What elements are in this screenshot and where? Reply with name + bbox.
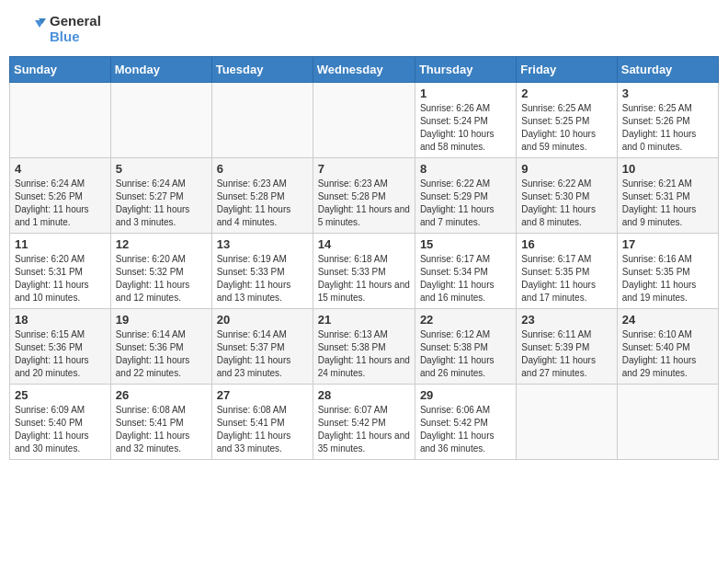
weekday-header-saturday: Saturday xyxy=(617,57,718,83)
day-number: 2 xyxy=(521,86,611,100)
calendar-day-cell: 17Sunrise: 6:16 AM Sunset: 5:35 PM Dayli… xyxy=(617,234,718,309)
weekday-header-row: SundayMondayTuesdayWednesdayThursdayFrid… xyxy=(10,57,719,83)
calendar-day-cell: 26Sunrise: 6:08 AM Sunset: 5:41 PM Dayli… xyxy=(110,385,211,460)
day-info: Sunrise: 6:22 AM Sunset: 5:30 PM Dayligh… xyxy=(521,178,611,229)
day-info: Sunrise: 6:10 AM Sunset: 5:40 PM Dayligh… xyxy=(622,328,713,380)
day-info: Sunrise: 6:08 AM Sunset: 5:41 PM Dayligh… xyxy=(116,404,207,455)
calendar-day-cell: 14Sunrise: 6:18 AM Sunset: 5:33 PM Dayli… xyxy=(313,234,415,309)
weekday-header-sunday: Sunday xyxy=(10,57,111,83)
calendar-week-row: 25Sunrise: 6:09 AM Sunset: 5:40 PM Dayli… xyxy=(10,385,719,460)
day-info: Sunrise: 6:14 AM Sunset: 5:36 PM Dayligh… xyxy=(116,328,207,380)
day-number: 14 xyxy=(318,237,410,251)
day-info: Sunrise: 6:12 AM Sunset: 5:38 PM Dayligh… xyxy=(420,328,511,380)
day-number: 29 xyxy=(420,388,511,402)
day-info: Sunrise: 6:17 AM Sunset: 5:35 PM Dayligh… xyxy=(521,253,611,304)
day-info: Sunrise: 6:20 AM Sunset: 5:31 PM Dayligh… xyxy=(15,253,106,304)
weekday-header-monday: Monday xyxy=(110,57,211,83)
page-header: General Blue xyxy=(9,9,719,49)
calendar-day-cell: 8Sunrise: 6:22 AM Sunset: 5:29 PM Daylig… xyxy=(415,158,516,234)
day-number: 5 xyxy=(116,162,207,176)
logo: General Blue xyxy=(18,14,101,44)
calendar-day-cell xyxy=(313,83,415,158)
day-number: 3 xyxy=(622,86,713,100)
day-info: Sunrise: 6:18 AM Sunset: 5:33 PM Dayligh… xyxy=(318,253,410,304)
calendar-day-cell: 29Sunrise: 6:06 AM Sunset: 5:42 PM Dayli… xyxy=(415,385,516,460)
calendar-day-cell: 18Sunrise: 6:15 AM Sunset: 5:36 PM Dayli… xyxy=(10,309,111,385)
day-number: 7 xyxy=(318,162,410,176)
day-number: 21 xyxy=(318,313,410,327)
calendar-day-cell: 16Sunrise: 6:17 AM Sunset: 5:35 PM Dayli… xyxy=(517,234,617,309)
weekday-header-thursday: Thursday xyxy=(415,57,516,83)
calendar-day-cell: 10Sunrise: 6:21 AM Sunset: 5:31 PM Dayli… xyxy=(617,158,718,234)
calendar-day-cell: 19Sunrise: 6:14 AM Sunset: 5:36 PM Dayli… xyxy=(110,309,211,385)
calendar-day-cell: 24Sunrise: 6:10 AM Sunset: 5:40 PM Dayli… xyxy=(617,309,718,385)
day-info: Sunrise: 6:25 AM Sunset: 5:26 PM Dayligh… xyxy=(622,102,713,154)
day-info: Sunrise: 6:15 AM Sunset: 5:36 PM Dayligh… xyxy=(15,328,106,380)
day-number: 20 xyxy=(217,313,308,327)
day-number: 6 xyxy=(217,162,308,176)
day-number: 1 xyxy=(420,86,511,100)
calendar-day-cell: 21Sunrise: 6:13 AM Sunset: 5:38 PM Dayli… xyxy=(313,309,415,385)
day-info: Sunrise: 6:07 AM Sunset: 5:42 PM Dayligh… xyxy=(318,404,410,455)
day-info: Sunrise: 6:21 AM Sunset: 5:31 PM Dayligh… xyxy=(622,178,713,229)
day-number: 27 xyxy=(217,388,308,402)
calendar-day-cell: 12Sunrise: 6:20 AM Sunset: 5:32 PM Dayli… xyxy=(110,234,211,309)
calendar-day-cell: 5Sunrise: 6:24 AM Sunset: 5:27 PM Daylig… xyxy=(110,158,211,234)
calendar-week-row: 1Sunrise: 6:26 AM Sunset: 5:24 PM Daylig… xyxy=(10,83,719,158)
day-info: Sunrise: 6:22 AM Sunset: 5:29 PM Dayligh… xyxy=(420,178,511,229)
weekday-header-tuesday: Tuesday xyxy=(211,57,313,83)
day-info: Sunrise: 6:09 AM Sunset: 5:40 PM Dayligh… xyxy=(15,404,106,455)
day-info: Sunrise: 6:06 AM Sunset: 5:42 PM Dayligh… xyxy=(420,404,511,455)
day-number: 23 xyxy=(521,313,611,327)
day-info: Sunrise: 6:23 AM Sunset: 5:28 PM Dayligh… xyxy=(217,178,308,229)
day-info: Sunrise: 6:19 AM Sunset: 5:33 PM Dayligh… xyxy=(217,253,308,304)
calendar-day-cell: 7Sunrise: 6:23 AM Sunset: 5:28 PM Daylig… xyxy=(313,158,415,234)
weekday-header-friday: Friday xyxy=(517,57,617,83)
day-number: 24 xyxy=(622,313,713,327)
logo-general-text: General xyxy=(50,14,101,29)
day-number: 13 xyxy=(217,237,308,251)
day-number: 17 xyxy=(622,237,713,251)
day-number: 8 xyxy=(420,162,511,176)
calendar-week-row: 11Sunrise: 6:20 AM Sunset: 5:31 PM Dayli… xyxy=(10,234,719,309)
calendar-day-cell xyxy=(211,83,313,158)
day-info: Sunrise: 6:24 AM Sunset: 5:27 PM Dayligh… xyxy=(116,178,207,229)
day-number: 9 xyxy=(521,162,611,176)
calendar-week-row: 4Sunrise: 6:24 AM Sunset: 5:26 PM Daylig… xyxy=(10,158,719,234)
day-info: Sunrise: 6:25 AM Sunset: 5:25 PM Dayligh… xyxy=(521,102,611,154)
calendar-day-cell: 23Sunrise: 6:11 AM Sunset: 5:39 PM Dayli… xyxy=(517,309,617,385)
calendar-day-cell xyxy=(110,83,211,158)
calendar-day-cell xyxy=(517,385,617,460)
day-number: 25 xyxy=(15,388,106,402)
weekday-header-wednesday: Wednesday xyxy=(313,57,415,83)
day-number: 18 xyxy=(15,313,106,327)
day-number: 10 xyxy=(622,162,713,176)
day-info: Sunrise: 6:14 AM Sunset: 5:37 PM Dayligh… xyxy=(217,328,308,380)
calendar-day-cell xyxy=(617,385,718,460)
calendar-day-cell: 13Sunrise: 6:19 AM Sunset: 5:33 PM Dayli… xyxy=(211,234,313,309)
day-info: Sunrise: 6:11 AM Sunset: 5:39 PM Dayligh… xyxy=(521,328,611,380)
day-info: Sunrise: 6:16 AM Sunset: 5:35 PM Dayligh… xyxy=(622,253,713,304)
calendar-day-cell: 15Sunrise: 6:17 AM Sunset: 5:34 PM Dayli… xyxy=(415,234,516,309)
day-number: 11 xyxy=(15,237,106,251)
calendar-week-row: 18Sunrise: 6:15 AM Sunset: 5:36 PM Dayli… xyxy=(10,309,719,385)
calendar-day-cell: 25Sunrise: 6:09 AM Sunset: 5:40 PM Dayli… xyxy=(10,385,111,460)
calendar-day-cell: 20Sunrise: 6:14 AM Sunset: 5:37 PM Dayli… xyxy=(211,309,313,385)
day-number: 19 xyxy=(116,313,207,327)
logo-bird-icon xyxy=(18,15,48,44)
day-number: 15 xyxy=(420,237,511,251)
calendar-day-cell: 2Sunrise: 6:25 AM Sunset: 5:25 PM Daylig… xyxy=(517,83,617,158)
logo-container: General Blue xyxy=(18,14,101,44)
day-number: 22 xyxy=(420,313,511,327)
logo-blue-text: Blue xyxy=(50,29,101,45)
day-info: Sunrise: 6:13 AM Sunset: 5:38 PM Dayligh… xyxy=(318,328,410,380)
day-info: Sunrise: 6:23 AM Sunset: 5:28 PM Dayligh… xyxy=(318,178,410,229)
calendar-day-cell: 1Sunrise: 6:26 AM Sunset: 5:24 PM Daylig… xyxy=(415,83,516,158)
calendar-day-cell xyxy=(10,83,111,158)
day-number: 16 xyxy=(521,237,611,251)
day-number: 4 xyxy=(15,162,106,176)
day-number: 28 xyxy=(318,388,410,402)
day-info: Sunrise: 6:24 AM Sunset: 5:26 PM Dayligh… xyxy=(15,178,106,229)
day-number: 26 xyxy=(116,388,207,402)
day-number: 12 xyxy=(116,237,207,251)
